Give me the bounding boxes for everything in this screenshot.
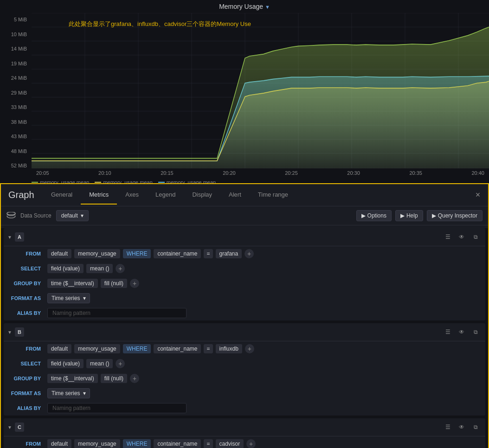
query-b-alias-row: ALIAS BY: [4, 401, 485, 416]
legend-item-2: memory_usage.mean: [95, 179, 152, 183]
query-c-copy-icon[interactable]: ⧉: [470, 421, 482, 433]
query-a-where-add[interactable]: +: [244, 249, 254, 258]
query-a-groupby-fill[interactable]: fill (null): [101, 279, 127, 288]
query-c-letter[interactable]: C: [15, 422, 24, 432]
query-a-where-eq[interactable]: =: [204, 249, 212, 258]
query-b-select-field[interactable]: field (value): [47, 359, 84, 368]
query-b-where-key[interactable]: container_name: [154, 344, 201, 353]
svg-point-23: [7, 212, 15, 215]
help-arrow-icon: ▶: [400, 212, 405, 219]
panel-editor: Graph General Metrics Axes Legend Displa…: [0, 183, 489, 448]
query-a-formatas-row: FORMAT AS Time series ▾: [4, 291, 485, 306]
query-a-eye-icon[interactable]: 👁: [456, 231, 468, 243]
chart-title: Memory Usage ▼: [0, 0, 489, 13]
query-a-from-label: FROM: [7, 251, 45, 256]
options-arrow-icon: ▶: [361, 212, 366, 219]
query-c-from-table[interactable]: memory_usage: [74, 439, 120, 448]
tab-metrics[interactable]: Metrics: [81, 186, 117, 205]
query-b-from-db[interactable]: default: [47, 344, 71, 353]
legend-item-3: memory_usage.mean: [158, 179, 216, 183]
query-a-formatas-select[interactable]: Time series ▾: [47, 293, 90, 303]
query-a-groupby-add[interactable]: +: [130, 279, 139, 288]
queries-container: ▼ A ☰ 👁 ⧉ FROM default memory_usage WHER…: [1, 228, 488, 448]
query-a-alias-input[interactable]: [47, 308, 187, 318]
query-a-alias-label: ALIAS BY: [7, 310, 45, 316]
y-label-5: 5 MiB: [2, 17, 30, 22]
query-a-from-table[interactable]: memory_usage: [74, 249, 120, 258]
query-c-header: ▼ C ☰ 👁 ⧉: [4, 418, 485, 436]
query-a-where-val[interactable]: grafana: [216, 249, 242, 258]
query-b-alias-input[interactable]: [47, 403, 187, 413]
query-b-groupby-time[interactable]: time ($__interval): [47, 374, 98, 383]
help-button[interactable]: ▶ Help: [395, 210, 423, 221]
query-c-from-db[interactable]: default: [47, 439, 71, 448]
query-b-where-val[interactable]: influxdb: [216, 344, 242, 353]
chart-container: Memory Usage ▼ 52 MiB 48 MiB 43 MiB 38 M…: [0, 0, 489, 183]
legend-dot-1: [32, 182, 38, 183]
query-a-from-db[interactable]: default: [47, 249, 71, 258]
query-b-from-table[interactable]: memory_usage: [74, 344, 120, 353]
query-c-eye-icon[interactable]: 👁: [456, 421, 468, 433]
query-b-letter[interactable]: B: [15, 327, 24, 337]
query-b-copy-icon[interactable]: ⧉: [470, 326, 482, 338]
query-b-formatas-value: Time series: [51, 390, 80, 397]
y-label-38: 38 MiB: [2, 119, 30, 125]
y-label-10: 10 MiB: [2, 32, 30, 37]
options-button[interactable]: ▶ Options: [356, 210, 392, 221]
query-a-header: ▼ A ☰ 👁 ⧉: [4, 228, 485, 246]
datasource-select[interactable]: default ▾: [56, 210, 89, 221]
query-a-where-key[interactable]: container_name: [154, 249, 201, 258]
tab-legend[interactable]: Legend: [147, 186, 184, 205]
query-b-groupby-add[interactable]: +: [130, 374, 139, 383]
query-b-alias-label: ALIAS BY: [7, 405, 45, 411]
datasource-value: default: [61, 212, 78, 219]
tab-display[interactable]: Display: [184, 186, 220, 205]
query-c-where-keyword: WHERE: [123, 439, 151, 448]
query-b-eye-icon[interactable]: 👁: [456, 326, 468, 338]
query-c-from-row: FROM default memory_usage WHERE containe…: [4, 436, 485, 448]
query-c-menu-icon[interactable]: ☰: [442, 421, 454, 433]
x-label-6: 20:30: [347, 170, 360, 176]
query-b-select-row: SELECT field (value) mean () +: [4, 356, 485, 371]
query-c-where-eq[interactable]: =: [204, 439, 212, 448]
query-b-select-fn[interactable]: mean (): [86, 359, 113, 368]
query-b-where-eq[interactable]: =: [204, 344, 212, 353]
query-b-where-add[interactable]: +: [245, 344, 254, 353]
query-b-groupby-fill[interactable]: fill (null): [101, 374, 127, 383]
query-a-letter[interactable]: A: [15, 232, 24, 242]
query-a-groupby-time[interactable]: time ($__interval): [47, 279, 98, 288]
x-label-3: 20:15: [161, 170, 174, 176]
y-axis: 52 MiB 48 MiB 43 MiB 38 MiB 33 MiB 29 Mi…: [0, 13, 32, 178]
chart-title-dropdown[interactable]: ▼: [265, 4, 270, 10]
query-b-select-label: SELECT: [7, 361, 45, 366]
tab-axes[interactable]: Axes: [117, 186, 147, 205]
query-c-where-add[interactable]: +: [246, 439, 256, 448]
query-b-menu-icon[interactable]: ☰: [442, 326, 454, 338]
query-b-select-add[interactable]: +: [116, 359, 125, 368]
query-b-formatas-dropdown-icon: ▾: [83, 390, 86, 397]
query-c-where-val[interactable]: cadvisor: [216, 439, 244, 448]
x-label-2: 20:10: [98, 170, 111, 176]
legend-item-1: memory_usage.mean: [32, 179, 89, 183]
tab-time-range[interactable]: Time range: [250, 186, 296, 205]
query-block-c: ▼ C ☰ 👁 ⧉ FROM default memory_usage WHER…: [4, 418, 485, 448]
query-a-copy-icon[interactable]: ⧉: [470, 231, 482, 243]
tab-general[interactable]: General: [43, 186, 81, 205]
query-b-formatas-select[interactable]: Time series ▾: [47, 388, 90, 398]
query-a-select-field[interactable]: field (value): [47, 264, 84, 273]
close-button[interactable]: ×: [470, 187, 486, 204]
query-b-collapse[interactable]: ▼: [7, 330, 12, 335]
query-inspector-button[interactable]: ▶ Query Inspector: [427, 210, 483, 221]
query-a-collapse[interactable]: ▼: [7, 235, 12, 240]
y-label-52: 52 MiB: [2, 163, 30, 168]
query-a-menu-icon[interactable]: ☰: [442, 231, 454, 243]
query-c-where-key[interactable]: container_name: [154, 439, 201, 448]
y-label-14: 14 MiB: [2, 46, 30, 51]
query-a-formatas-label: FORMAT AS: [7, 295, 45, 301]
query-c-collapse[interactable]: ▼: [7, 425, 12, 430]
query-c-from-label: FROM: [7, 441, 45, 447]
query-a-select-add[interactable]: +: [116, 264, 125, 273]
tab-alert[interactable]: Alert: [220, 186, 250, 205]
query-a-select-fn[interactable]: mean (): [86, 264, 113, 273]
x-label-5: 20:25: [285, 170, 298, 176]
